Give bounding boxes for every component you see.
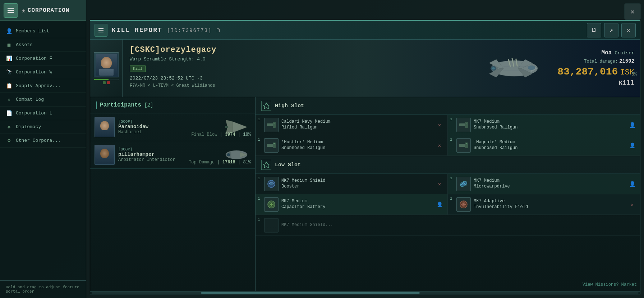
sidebar-item-corporation-l[interactable]: 📄 Corporation L: [0, 107, 86, 120]
sidebar-item-assets[interactable]: ▦ Assets: [0, 38, 86, 52]
sidebar-label-assets: Assets: [16, 42, 33, 48]
low-slot-icon: [261, 160, 271, 170]
participant-face-2: [95, 145, 114, 164]
low-slot-items: 1 MK7 Medium ShieldBooster ✕: [256, 174, 640, 215]
low-slot-item-3[interactable]: 1 MK7 MediumCapacitor Battery 👤: [256, 194, 448, 215]
svg-point-22: [227, 153, 230, 156]
item-name-l2: MK7 MediumMicrowarpdrive: [474, 178, 626, 189]
corp-f-icon: 📊: [6, 55, 12, 62]
health-bar-fill: [94, 79, 109, 80]
sidebar-label-corp-f: Corporation F: [16, 56, 52, 61]
item-close-h3[interactable]: ✕: [436, 142, 443, 149]
damage-value: 21592: [619, 58, 634, 64]
section-indicator: [96, 101, 97, 109]
panel-menu-button[interactable]: [95, 24, 107, 37]
combat-icon: ✕: [6, 96, 12, 103]
item-qty-h3: 1: [258, 137, 260, 142]
avatar-face: [96, 54, 117, 76]
sidebar-item-corporation-f[interactable]: 📊 Corporation F: [0, 52, 86, 66]
sidebar-footer: Hold and drag to adjust feature portal o…: [0, 280, 86, 298]
low-slot-item-2[interactable]: 1 MK7 MediumMicrowarpdrive 👤: [448, 174, 640, 194]
avatar-status: [103, 81, 110, 84]
item-qty-l3: 1: [258, 197, 260, 201]
sidebar-item-other-corpora[interactable]: ⊙ Other Corpora...: [0, 134, 86, 148]
svg-rect-35: [466, 143, 467, 144]
sidebar-item-supply-approv[interactable]: 📋 Supply Approv...: [0, 79, 86, 93]
damage-row: Total damage: 21592: [584, 58, 634, 64]
view-missions-text: View Missions? Market: [583, 282, 637, 287]
item-close-l1[interactable]: ✕: [436, 180, 443, 188]
ship-display: [468, 40, 561, 97]
sidebar: ★ CORPORATION 👤 Members List ▦ Assets 📊 …: [0, 0, 86, 298]
avatar-image: [94, 52, 119, 77]
sidebar-label-diplomacy: Diplomacy: [16, 124, 41, 130]
scrollbar-thumb[interactable]: [201, 292, 420, 294]
item-person-l2[interactable]: 👤: [629, 180, 636, 188]
item-close-l4[interactable]: ✕: [629, 201, 636, 208]
item-icon-l2: [456, 177, 471, 191]
sidebar-label-members: Members List: [16, 28, 50, 34]
participants-header: Participants [2]: [90, 97, 255, 113]
item-person-h4[interactable]: 👤: [629, 142, 636, 149]
high-slot-item-1[interactable]: 1 Caldari Navy MediumRifled Railgun ✕: [256, 115, 448, 135]
participant-corp-2: [GOOP]: [118, 147, 218, 152]
panel-actions: 🗋 ↗ ✕: [587, 23, 636, 37]
right-pct-label: -5%: [629, 72, 637, 77]
item-qty-extra: 1: [258, 217, 260, 222]
pct-2: 81%: [243, 160, 251, 165]
low-slot-header: Low Slot: [256, 156, 640, 174]
item-name-h3: 'Hustler' MediumSnubnosed Railgun: [281, 140, 433, 151]
kill-summary: [CSKC]orezylegacy Warp Scramble Strength…: [90, 40, 640, 97]
high-slot-item-2[interactable]: 1 MK7 MediumSnubnosed Railgun 👤: [448, 115, 640, 135]
ship-type: Cruiser: [615, 50, 634, 56]
participants-panel: Participants [2] [GOOP] Paranoidaw Macha…: [90, 97, 256, 291]
high-slot-items: 1 Caldari Navy MediumRifled Railgun ✕: [256, 115, 640, 156]
kill-location: F7A-MR < L-TEVM < Great Wildlands: [130, 83, 460, 88]
panel-close-button[interactable]: ✕: [621, 23, 636, 37]
participant-avatar-1: [95, 117, 115, 137]
victim-info: [CSKC]orezylegacy Warp Scramble Strength…: [123, 40, 468, 97]
high-slot-item-3[interactable]: 1 'Hustler' MediumSnubnosed Railgun ✕: [256, 135, 448, 156]
kill-report-id: [ID:7396773] 🗋: [167, 28, 221, 33]
kill-badge: Kill: [130, 66, 146, 72]
item-name-h1: Caldari Navy MediumRifled Railgun: [281, 119, 433, 130]
high-slot-item-4[interactable]: 1 'Magnate' MediumSnubnosed Railgun 👤: [448, 135, 640, 156]
star-icon: ★: [22, 6, 26, 14]
item-person-l3[interactable]: 👤: [436, 201, 443, 208]
item-person-h2[interactable]: 👤: [629, 121, 636, 128]
sidebar-nav: 👤 Members List ▦ Assets 📊 Corporation F …: [0, 21, 86, 280]
participant-item-2[interactable]: [GOOP] pillarhamper Arbitrator Interdict…: [90, 141, 255, 169]
svg-rect-18: [225, 126, 228, 128]
item-name-h4: 'Magnate' MediumSnubnosed Railgun: [474, 140, 626, 151]
svg-point-40: [462, 182, 465, 185]
main-close-button[interactable]: ✕: [625, 4, 640, 19]
damage-2: 17618: [222, 160, 235, 165]
sidebar-item-diplomacy[interactable]: ◈ Diplomacy: [0, 120, 86, 134]
sidebar-header: ★ CORPORATION: [0, 0, 86, 21]
assets-icon: ▦: [6, 42, 12, 48]
participants-title: Participants: [100, 102, 141, 108]
supply-icon: 📋: [6, 83, 12, 89]
status-dot-1: [103, 81, 106, 84]
low-slot-item-1[interactable]: 1 MK7 Medium ShieldBooster ✕: [256, 174, 448, 194]
health-bar: [94, 79, 119, 80]
isk-row: 83,287,016 ISK: [557, 66, 634, 77]
sidebar-item-members-list[interactable]: 👤 Members List: [0, 24, 86, 38]
participants-count: [2]: [144, 102, 153, 108]
damage-label: Total damage:: [584, 59, 618, 64]
view-missions-link[interactable]: View Missions? Market: [583, 282, 637, 287]
high-slot-header: High Slot: [256, 97, 640, 115]
participant-item-1[interactable]: [GOOP] Paranoidaw Machariel: [90, 113, 255, 141]
sidebar-item-corporation-w[interactable]: 🔭 Corporation W: [0, 66, 86, 79]
low-slot-item-4[interactable]: 1 MK7 AdaptiveInvulnerability Field ✕: [448, 194, 640, 215]
kill-value: Moa Cruiser Total damage: 21592 83,287,0…: [561, 40, 640, 97]
scrollbar-track[interactable]: [92, 292, 639, 294]
sidebar-menu-button[interactable]: [4, 3, 18, 18]
item-icon-l4: [456, 197, 471, 212]
sidebar-item-combat-log[interactable]: ✕ Combat Log: [0, 93, 86, 107]
content-area: Participants [2] [GOOP] Paranoidaw Macha…: [90, 97, 640, 291]
blow-label-2: Top Damage: [189, 160, 215, 165]
item-close-h1[interactable]: ✕: [436, 121, 443, 128]
share-button[interactable]: ↗: [604, 23, 618, 37]
copy-button[interactable]: 🗋: [587, 23, 601, 37]
